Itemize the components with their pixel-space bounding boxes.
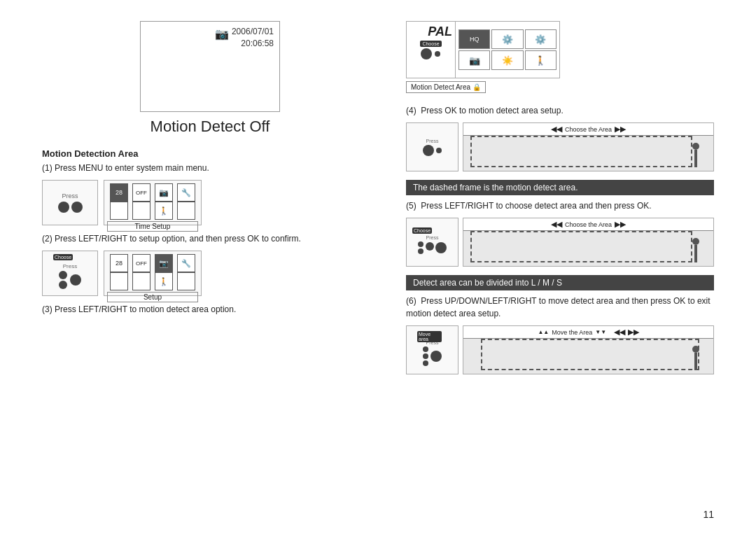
- menu-icon2-e2: [132, 272, 150, 290]
- dashed-frame-4: [470, 136, 692, 167]
- press-label-2: Press: [63, 263, 77, 269]
- menu-icons-row-4: 🚶: [107, 272, 198, 290]
- menu-icon-camera2: 📷: [155, 183, 173, 202]
- menu-icon2-camera: 📷: [155, 254, 173, 272]
- step-5-text: (5) Press LEFT/RIGHT to choose detect ar…: [406, 199, 714, 212]
- scene-header-6: ▲▲ Move the Area ▼▼ ◀◀ ▶▶: [463, 326, 713, 339]
- press-label-1: Press: [62, 192, 78, 199]
- scene-view-5: ◀◀ Choose the Area ▶▶: [463, 218, 714, 267]
- pal-icon-cam: 📷: [458, 50, 490, 70]
- menu-icon-empty2: [132, 202, 150, 220]
- scene-header-5: ◀◀ Choose the Area ▶▶: [463, 218, 713, 231]
- camera-icon: 📷: [215, 27, 229, 41]
- menu-icon2-e3: [177, 272, 195, 290]
- person-body-6: [694, 353, 697, 370]
- step-6-diagram: Move area Press ▲▲ Move the Area: [406, 325, 714, 374]
- scene-header-4: ◀◀ Choose the Area ▶▶: [463, 123, 713, 136]
- menu-icon-off: OFF: [132, 183, 150, 202]
- menu-icon-tool: 🔧: [177, 183, 195, 202]
- person-4: [689, 143, 703, 167]
- arrow-right-4: ▶▶: [615, 125, 626, 134]
- person-5: [689, 238, 703, 262]
- choose-label-2: Choose: [53, 254, 73, 260]
- arrow-right-6: ▶▶: [628, 328, 639, 337]
- right-column: Choose PAL HQ ⚙️ ⚙️ 📷 ☀️ 🚶: [406, 21, 714, 513]
- pal-header: Choose PAL HQ ⚙️ ⚙️ 📷 ☀️ 🚶: [406, 21, 560, 78]
- highlight-5: Detect area can be divided into L / M / …: [406, 275, 714, 290]
- step-4-text: (4) Press OK to motion detect area setup…: [406, 104, 714, 117]
- pal-icons-grid: HQ ⚙️ ⚙️ 📷 ☀️ 🚶: [456, 27, 559, 73]
- scene-btn-4-1: [423, 145, 434, 156]
- person-6: [689, 346, 703, 370]
- time-setup-label: Time Setup: [107, 221, 198, 232]
- setup-label: Setup: [107, 292, 198, 302]
- step-6-text: (6) Press UP/DOWN/LEFT/RIGHT to move det…: [406, 295, 714, 320]
- pal-icon-sun: ☀️: [491, 50, 523, 70]
- dashed-frame-6: [481, 339, 699, 370]
- s5-c1: [418, 241, 424, 247]
- scene-header-text-5: Choose the Area: [565, 221, 612, 228]
- s5-c3: [426, 242, 434, 251]
- highlight-4: The dashed frame is the motion detect ar…: [406, 180, 714, 195]
- scene-view-4: ◀◀ Choose the Area ▶▶: [463, 122, 714, 171]
- s5-c2: [418, 248, 424, 254]
- menu-icon2-tool: 🔧: [177, 254, 195, 272]
- pal-icon-gear: ⚙️: [491, 29, 523, 49]
- s6-c3: [423, 360, 428, 366]
- menu-icon-empty1: [110, 202, 128, 220]
- person-head-4: [692, 143, 699, 150]
- left-column: 📷 2006/07/01 20:06:58 Motion Detect Off …: [42, 21, 378, 513]
- pal-icon-person: 🚶: [525, 50, 556, 70]
- s6-c4: [430, 351, 442, 362]
- step-5-diagram: Choose Press ◀: [406, 218, 714, 267]
- step-2-diagram: Choose Press 28 OFF 📷 🔧: [42, 251, 378, 296]
- scene-header-text-6: Move the Area: [552, 329, 592, 336]
- s6-c2: [423, 353, 428, 359]
- pal-btn-1: [421, 48, 432, 59]
- menu-icons-row-1: 28 OFF 📷 🔧: [107, 183, 198, 202]
- step-2-text: (2) Press LEFT/RIGHT to setup option, an…: [42, 232, 378, 245]
- camera-timestamp: 2006/07/01 20:06:58: [232, 26, 274, 50]
- scene-header-text-4: Choose the Area: [565, 126, 612, 133]
- pal-icon-hq: HQ: [458, 29, 490, 49]
- btn-c3: [70, 274, 81, 286]
- scene-device-4: Press: [406, 122, 458, 171]
- menu-icon2-28: 28: [110, 254, 128, 272]
- pal-icon-gear2: ⚙️: [525, 29, 556, 49]
- menu-icon2-e1: [110, 272, 128, 290]
- menu-icon2-off: OFF: [132, 254, 150, 272]
- arrow-up-6: ▲▲: [538, 329, 549, 335]
- button-circle-2: [71, 202, 83, 213]
- menu-diagram-2: 28 OFF 📷 🔧 🚶 Setup: [104, 251, 202, 296]
- arrow-down-6: ▼▼: [595, 329, 606, 335]
- scene-btn-4-2: [436, 148, 442, 153]
- choose-btn-pal: Choose: [420, 41, 441, 47]
- person-body-5: [694, 245, 697, 262]
- btn-c1: [59, 271, 67, 279]
- pal-text: PAL: [428, 24, 452, 39]
- menu-icon-empty3: [177, 202, 195, 220]
- motion-detect-area-label: Motion Detect Area 🔒: [406, 81, 486, 93]
- person-head-6: [692, 346, 699, 353]
- s5-c4: [435, 242, 447, 253]
- step-1-text: (1) Press MENU to enter system main menu…: [42, 162, 378, 174]
- button-circle-1: [58, 202, 69, 213]
- pal-display: Choose PAL: [407, 22, 456, 78]
- arrow-left-6: ◀◀: [614, 328, 625, 337]
- motion-detect-off-title: Motion Detect Off: [42, 118, 378, 136]
- menu-diagram-1: 28 OFF 📷 🔧 🚶 Time Setup: [104, 180, 202, 225]
- s6-c1: [423, 346, 428, 352]
- step-1-diagram: Press 28 OFF 📷 🔧 🚶: [42, 180, 378, 225]
- press-label-5: Press: [426, 235, 439, 240]
- arrow-left-4: ◀◀: [551, 125, 562, 134]
- arrow-right-5: ▶▶: [615, 220, 626, 229]
- camera-time: 20:06:58: [241, 38, 274, 48]
- menu-icons-row-2: 🚶: [107, 202, 198, 220]
- person-body-4: [694, 150, 697, 167]
- menu-icon-28: 28: [110, 183, 128, 202]
- pal-btn-2: [435, 51, 440, 57]
- choose-btn-5: Choose: [412, 227, 432, 234]
- camera-preview-box: 📷 2006/07/01 20:06:58: [140, 21, 280, 112]
- page: 📷 2006/07/01 20:06:58 Motion Detect Off …: [0, 0, 756, 534]
- section-heading: Motion Detection Area: [42, 148, 378, 159]
